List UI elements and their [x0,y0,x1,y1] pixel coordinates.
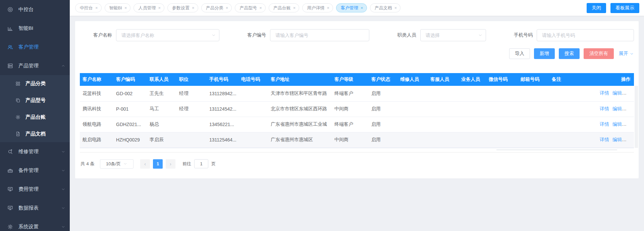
next-page-button[interactable]: › [166,159,175,169]
tab-close-icon[interactable]: × [394,6,397,10]
table-row: 腾讯科技P-001马工经理131124542...北京市市辖区东城区西环路中间商… [80,101,634,117]
sidebar-item-customer-mgmt[interactable]: 客户管理 [0,38,70,56]
edit-link[interactable]: 编辑 [612,106,622,111]
cell-maintainer [397,101,428,117]
tab-close-icon[interactable]: × [259,6,262,10]
tab-close-icon[interactable]: × [124,6,127,10]
column-header-level: 客户等级 [332,73,369,86]
sidebar-item-product-ledger[interactable]: 产品台账 [0,109,70,125]
add-button[interactable]: 新增 [534,48,555,59]
column-header-operation: 操作 [594,73,634,86]
tab-param-settings[interactable]: 参数设置× [167,3,198,12]
table-vertical-scrollbar[interactable] [635,86,638,148]
dashboard-icon [7,6,13,13]
tab-close-icon[interactable]: × [192,6,195,10]
close-button[interactable]: 关闭 [587,3,606,13]
tab-console[interactable]: 中控台× [75,3,102,12]
cell-sales-staff [459,101,486,117]
sidebar-item-label: 产品管理 [18,63,61,69]
sidebar-item-smart-bi[interactable]: 智能BI [0,19,70,38]
sidebar-item-product-model[interactable]: 产品型号 [0,92,70,109]
table-row: 航启电路HZHQ0029李启辰131125464...广东省惠州市惠城区中间商启… [80,132,634,148]
cell-service-staff [428,101,459,117]
customer-name-select[interactable] [116,29,219,41]
search-button[interactable]: 搜索 [559,48,580,59]
table-wrap: 客户名称客户编码联系人员职位手机号码电话号码客户地址客户等级客户状态维修人员客服… [80,73,634,153]
cell-level: 终端客户 [332,86,369,101]
tab-user-detail[interactable]: 用户详情× [302,3,333,12]
expand-toggle[interactable]: 展开 [619,51,634,57]
sidebar-item-spare-parts-mgmt[interactable]: 备件管理 [0,161,70,180]
detail-link[interactable]: 详情 [600,106,609,111]
sidebar-item-expense-mgmt[interactable]: 费用管理 [0,180,70,198]
sidebar-item-label: 中控台 [18,6,65,13]
tab-product-category[interactable]: 产品分类× [201,3,232,12]
job-person-select[interactable] [420,29,486,41]
tab-label: 参数设置 [172,5,190,11]
edit-link[interactable]: 编辑 [612,90,622,96]
edit-link[interactable]: 编辑 [612,121,622,127]
column-header-contact: 联系人员 [147,73,176,86]
customer-code-input[interactable] [270,29,369,41]
clear-all-button[interactable]: 清空所有 [584,48,614,59]
tab-close-icon[interactable]: × [293,6,296,10]
column-header-customer-code: 客户编码 [113,73,147,86]
chevron-down-icon [123,162,127,166]
tab-label: 产品文档 [375,5,392,11]
sidebar-item-data-report[interactable]: 数据报表 [0,198,70,217]
tab-product-doc[interactable]: 产品文档× [370,3,401,12]
chevron-down-icon [630,52,634,56]
cell-customer-name: 花篮科技 [80,86,113,101]
tab-close-icon[interactable]: × [226,6,228,10]
prev-page-button[interactable]: ‹ [140,159,150,169]
chevron-down-icon [61,187,65,191]
tab-close-icon[interactable]: × [95,6,98,10]
document-icon [15,131,21,137]
tab-close-icon[interactable]: × [327,6,329,10]
bi-chart-icon [7,25,13,32]
import-button[interactable]: 导入 [509,48,530,59]
board-display-button[interactable]: 看板展示 [610,3,639,13]
detail-link[interactable]: 详情 [600,137,609,142]
edit-link[interactable]: 编辑 [612,137,622,142]
detail-link[interactable]: 详情 [600,90,609,96]
cell-email [518,132,549,148]
cell-telephone [238,86,268,101]
goto-page-input[interactable] [194,159,208,168]
sidebar-item-system-settings[interactable]: 系统设置 [0,217,70,231]
page-size-select[interactable]: 10条/页 [100,159,133,169]
sidebar-item-repair-mgmt[interactable]: 维修管理 [0,142,70,161]
pagination-total: 共 4 条 [80,161,95,167]
detail-link[interactable]: 详情 [600,121,609,127]
cell-sales-staff [459,86,486,101]
settings-gear-icon [7,224,13,230]
column-header-sales-staff: 业务人员 [459,73,486,86]
sidebar-item-console[interactable]: 中控台 [0,0,70,19]
tab-product-ledger[interactable]: 产品台账× [269,3,300,12]
cell-wechat [486,117,518,132]
mobile-input[interactable] [537,29,634,41]
cell-position [176,117,207,132]
sidebar-item-product-mgmt[interactable]: 产品管理 [0,56,70,75]
cell-mobile: 131128942... [207,86,238,101]
page-number-button[interactable]: 1 [153,159,163,169]
sidebar-item-label: 产品文档 [25,131,65,137]
tab-product-model[interactable]: 产品型号× [235,3,266,12]
sidebar-item-product-doc[interactable]: 产品文档 [0,125,70,142]
cell-position [176,132,207,148]
cell-maintainer [397,86,428,101]
content-area: 客户名称客户编号职类人员手机号码 导入 新增 搜索 清空所有 展开 客户名称客户… [70,16,644,231]
tab-smart-bi[interactable]: 智能BI× [105,3,131,12]
customer-table: 客户名称客户编码联系人员职位手机号码电话号码客户地址客户等级客户状态维修人员客服… [80,73,634,148]
cell-service-staff [428,132,459,148]
table-horizontal-scrollbar[interactable] [80,148,634,153]
tab-customer-mgmt[interactable]: 客户管理× [336,3,367,12]
delete-link[interactable]: 删除 [628,90,634,96]
tab-close-icon[interactable]: × [158,6,161,10]
tab-staff-mgmt[interactable]: 人员管理× [133,3,164,12]
cell-mobile: 13456221... [207,117,238,132]
tab-close-icon[interactable]: × [361,6,363,10]
cell-wechat [486,86,518,101]
scrollbar-thumb[interactable] [496,150,617,150]
sidebar-item-product-category[interactable]: 产品分类 [0,75,70,92]
